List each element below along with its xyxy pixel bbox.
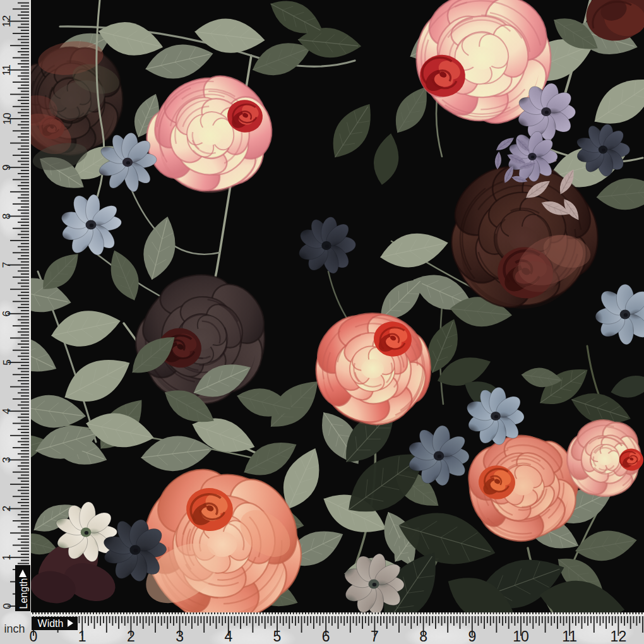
svg-text:7: 7 (371, 628, 379, 644)
svg-text:8: 8 (1, 213, 13, 219)
svg-text:9: 9 (468, 628, 476, 644)
svg-text:12: 12 (1, 15, 13, 27)
svg-text:3: 3 (176, 628, 184, 644)
svg-text:0: 0 (30, 628, 38, 644)
svg-text:4: 4 (1, 408, 13, 414)
svg-text:7: 7 (1, 262, 13, 268)
svg-text:5: 5 (1, 359, 13, 365)
svg-text:2: 2 (127, 628, 135, 644)
svg-text:0: 0 (1, 603, 13, 609)
svg-text:11: 11 (1, 64, 13, 76)
svg-text:6: 6 (322, 628, 330, 644)
svg-text:5: 5 (273, 628, 282, 644)
svg-text:1: 1 (78, 628, 86, 644)
svg-text:11: 11 (562, 628, 577, 644)
svg-text:4: 4 (224, 628, 232, 644)
svg-text:3: 3 (1, 457, 13, 463)
svg-text:Length: Length (18, 578, 29, 609)
svg-text:inch: inch (4, 623, 25, 635)
svg-text:10: 10 (513, 628, 529, 644)
svg-text:6: 6 (1, 311, 13, 316)
svg-text:8: 8 (419, 628, 427, 644)
svg-text:12: 12 (611, 628, 627, 644)
svg-text:9: 9 (1, 164, 13, 170)
svg-text:1: 1 (1, 554, 13, 560)
svg-text:Width: Width (38, 618, 64, 629)
svg-text:2: 2 (1, 506, 13, 511)
svg-text:10: 10 (1, 113, 13, 125)
